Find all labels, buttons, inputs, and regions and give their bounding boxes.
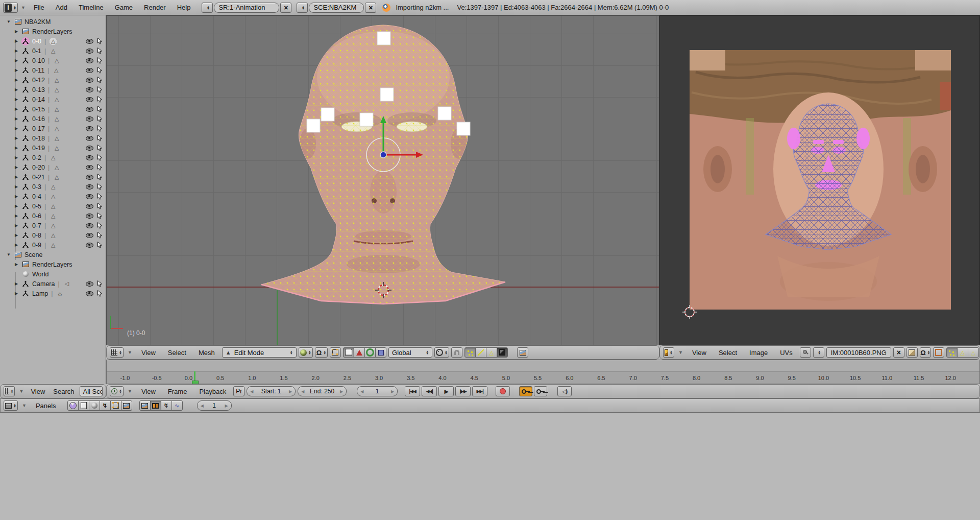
uv-vertex-select-button[interactable] <box>946 347 958 358</box>
expand-arrow-icon[interactable] <box>14 223 19 228</box>
render-sub-button[interactable] <box>139 400 151 411</box>
uv-rotation-button[interactable]: Ω▲▼ <box>920 347 931 358</box>
current-frame-handle[interactable] <box>192 381 199 384</box>
visibility-eye-icon[interactable] <box>86 243 93 248</box>
menu-view[interactable]: View <box>28 388 48 395</box>
editor-type-button[interactable]: ▲▼ <box>110 347 124 358</box>
face-select-button[interactable]: △ <box>486 347 497 358</box>
menu-uvs[interactable]: UVs <box>775 349 798 357</box>
menu-timeline[interactable]: Timeline <box>74 4 109 11</box>
selectability-cursor-icon[interactable] <box>97 280 103 287</box>
scene-selector[interactable]: SCE:NBA2KM <box>309 3 364 13</box>
selectability-cursor-icon[interactable] <box>97 242 103 248</box>
outliner-row[interactable]: 0-2 | <box>0 153 106 162</box>
row-label[interactable]: 0-21 <box>32 174 45 181</box>
selectability-cursor-icon[interactable] <box>97 164 103 171</box>
pack-image-button[interactable] <box>906 347 918 358</box>
visibility-eye-icon[interactable] <box>86 49 93 54</box>
editor-type-button[interactable]: ▲▼ <box>4 400 18 411</box>
play-button[interactable]: ▶ <box>438 386 454 396</box>
data-block-icon[interactable] <box>56 290 64 298</box>
expand-arrow-icon[interactable] <box>14 116 19 121</box>
selectability-cursor-icon[interactable] <box>97 106 103 112</box>
row-label[interactable]: 0-18 <box>32 135 45 142</box>
outliner-row[interactable]: 0-20 | <box>0 162 106 172</box>
visibility-eye-icon[interactable] <box>86 194 93 199</box>
expand-arrow-icon[interactable] <box>14 58 19 63</box>
row-label[interactable]: 0-8 <box>32 232 41 239</box>
outliner-scope-dropdown[interactable]: All Sce <box>80 386 103 396</box>
occlude-geometry-button[interactable] <box>497 347 508 358</box>
selectability-cursor-icon[interactable] <box>97 222 103 229</box>
record-button[interactable] <box>496 386 510 396</box>
menu-add[interactable]: Add <box>51 4 72 11</box>
row-label[interactable]: 0-4 <box>32 193 41 200</box>
visibility-eye-icon[interactable] <box>86 39 93 44</box>
visibility-eye-icon[interactable] <box>86 146 93 151</box>
visibility-eye-icon[interactable] <box>86 233 93 238</box>
data-block-icon[interactable] <box>49 47 57 55</box>
selectability-cursor-icon[interactable] <box>97 203 103 209</box>
viewport-3d[interactable]: (1) 0-0 <box>106 15 659 345</box>
visibility-eye-icon[interactable] <box>86 78 93 83</box>
expand-arrow-icon[interactable] <box>14 155 19 160</box>
image-browse-button[interactable]: ▲▼ <box>813 347 824 358</box>
outliner-row[interactable]: 0-7 | <box>0 221 106 230</box>
manipulator-center[interactable] <box>380 152 386 158</box>
image-name-field[interactable]: IM:00010B60.PNG <box>826 347 891 358</box>
autokey-on-button[interactable] <box>519 386 532 396</box>
menu-file[interactable]: File <box>29 4 50 11</box>
data-block-icon[interactable] <box>53 105 61 113</box>
expand-arrow-icon[interactable] <box>14 243 19 247</box>
expand-arrow-icon[interactable] <box>14 214 19 218</box>
expand-arrow-icon[interactable] <box>14 107 19 111</box>
data-block-icon[interactable] <box>49 212 57 220</box>
menu-render[interactable]: Render <box>139 4 171 11</box>
data-block-icon[interactable] <box>49 231 57 240</box>
anim-sub-button[interactable] <box>150 400 161 411</box>
row-label[interactable]: 0-6 <box>32 212 41 220</box>
selectability-cursor-icon[interactable] <box>97 77 103 83</box>
manipulator-translate-button[interactable] <box>354 347 365 358</box>
expand-arrow-icon[interactable] <box>14 78 19 82</box>
selectability-cursor-icon[interactable] <box>97 154 103 161</box>
row-label[interactable]: 0-17 <box>32 125 45 132</box>
row-label[interactable]: 0-2 <box>32 154 41 161</box>
selectability-cursor-icon[interactable] <box>97 232 103 239</box>
selectability-cursor-icon[interactable] <box>97 290 103 297</box>
outliner-row[interactable]: Scene <box>0 250 106 259</box>
data-block-icon[interactable] <box>53 86 61 94</box>
preview-range-button[interactable]: Pr <box>233 386 244 396</box>
script-context-button[interactable] <box>78 400 89 411</box>
stepper-right-icon[interactable]: ▶ <box>225 404 228 408</box>
visibility-eye-icon[interactable] <box>86 155 93 160</box>
outliner-row[interactable]: 0-6 | <box>0 211 106 221</box>
expand-arrow-icon[interactable] <box>14 136 19 140</box>
uv-sync-select-button[interactable] <box>933 347 944 358</box>
draw-type-button[interactable]: ▲▼ <box>299 347 313 358</box>
data-block-icon[interactable] <box>63 280 71 288</box>
collapse-header-icon[interactable]: ▼ <box>17 389 26 394</box>
stepper-right-icon[interactable]: ▶ <box>391 389 394 394</box>
vertex-select-button[interactable] <box>464 347 476 358</box>
expand-arrow-icon[interactable] <box>14 29 19 34</box>
data-block-icon[interactable] <box>53 57 61 65</box>
render-preview-button[interactable] <box>517 347 528 358</box>
outliner-row[interactable]: 0-10 | <box>0 56 106 65</box>
selectability-cursor-icon[interactable] <box>97 174 103 180</box>
menu-game[interactable]: Game <box>110 4 138 11</box>
selectability-cursor-icon[interactable] <box>97 86 103 93</box>
visibility-eye-icon[interactable] <box>86 126 93 131</box>
anim-playback-sub-button[interactable]: ↯ <box>161 400 172 411</box>
outliner-row[interactable]: 0-9 | <box>0 240 106 250</box>
outliner-row[interactable]: 0-8 | <box>0 230 106 240</box>
expand-arrow-icon[interactable] <box>14 233 19 238</box>
row-label[interactable]: RenderLayers <box>32 261 72 268</box>
menu-select[interactable]: Select <box>714 349 742 357</box>
expand-arrow-icon[interactable] <box>14 184 19 189</box>
expand-arrow-icon[interactable] <box>14 97 19 102</box>
outliner-row[interactable]: Lamp | <box>0 289 106 298</box>
data-block-icon[interactable] <box>49 222 57 230</box>
outliner-row[interactable]: 0-12 | <box>0 75 106 85</box>
screen-selector[interactable]: SR:1-Animation <box>214 3 279 13</box>
